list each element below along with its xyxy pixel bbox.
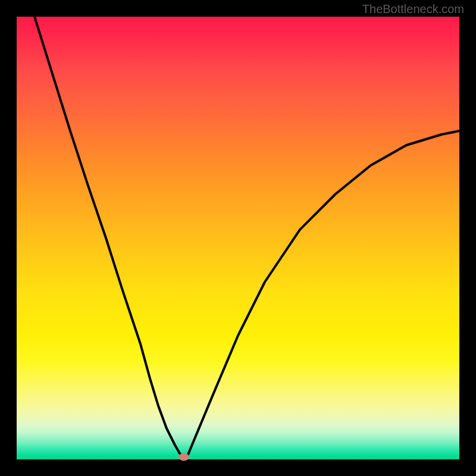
curve-svg [17, 17, 459, 459]
chart-frame: TheBottleneck.com [0, 0, 476, 476]
minimum-marker [178, 453, 189, 461]
bottleneck-curve [35, 17, 459, 458]
plot-area [17, 17, 459, 459]
watermark-text: TheBottleneck.com [362, 2, 464, 16]
